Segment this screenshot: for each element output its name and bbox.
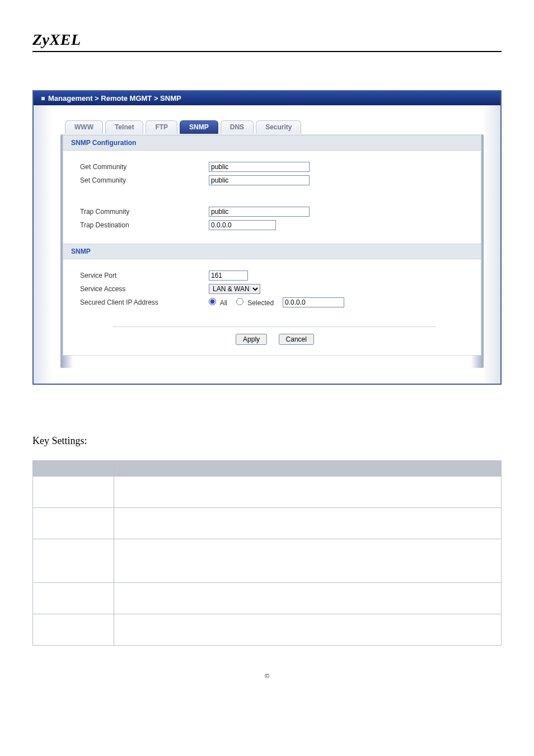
tab-security[interactable]: Security — [256, 120, 301, 134]
radio-selected[interactable] — [236, 298, 243, 305]
key-settings-heading: Key Settings: — [32, 435, 502, 447]
breadcrumb-icon — [41, 97, 45, 100]
input-service-port[interactable] — [209, 270, 248, 281]
tab-ftp[interactable]: FTP — [146, 120, 177, 134]
radio-selected-label: Selected — [247, 299, 274, 307]
section-snmp: SNMP — [63, 244, 481, 259]
table-row — [114, 583, 502, 614]
footer-copyright: © — [32, 673, 502, 696]
key-settings-table — [32, 460, 502, 646]
brand-rule — [32, 51, 502, 52]
tab-dns[interactable]: DNS — [221, 120, 254, 134]
table-row — [33, 614, 114, 646]
radio-selected-wrap[interactable]: Selected — [236, 298, 274, 307]
apply-button[interactable]: Apply — [236, 334, 267, 345]
breadcrumb-text: Management > Remote MGMT > SNMP — [48, 94, 181, 102]
table-row — [114, 477, 502, 508]
table-row — [33, 583, 114, 614]
cancel-button[interactable]: Cancel — [279, 334, 314, 345]
table-row — [33, 477, 114, 508]
tab-telnet[interactable]: Telnet — [105, 120, 143, 134]
label-service-access: Service Access — [80, 285, 209, 293]
table-row — [114, 539, 502, 583]
brand-logo: ZyXEL — [32, 31, 502, 51]
breadcrumb: Management > Remote MGMT > SNMP — [34, 91, 500, 105]
label-trap-community: Trap Community — [80, 208, 209, 216]
select-service-access[interactable]: LAN & WAN — [209, 284, 260, 294]
table-row — [114, 614, 502, 646]
tab-www[interactable]: WWW — [65, 120, 103, 134]
th-option — [33, 461, 114, 477]
label-trap-destination: Trap Destination — [80, 221, 209, 229]
radio-all[interactable] — [209, 298, 216, 305]
input-set-community[interactable] — [209, 175, 310, 185]
section-snmp-config: SNMP Configuration — [63, 135, 481, 151]
input-secured-ip[interactable] — [283, 297, 344, 307]
input-trap-destination[interactable] — [209, 220, 276, 230]
table-row — [114, 508, 502, 539]
table-row — [33, 539, 114, 583]
label-secured-client: Secured Client IP Address — [80, 298, 209, 306]
button-separator — [114, 326, 436, 327]
tab-snmp[interactable]: SNMP — [180, 120, 218, 134]
th-description — [114, 461, 502, 477]
tab-bar: WWW Telnet FTP SNMP DNS Security — [60, 120, 484, 134]
management-panel: Management > Remote MGMT > SNMP WWW Teln… — [32, 90, 502, 385]
table-row — [33, 508, 114, 539]
label-get-community: Get Community — [80, 163, 209, 171]
input-trap-community[interactable] — [209, 207, 310, 217]
label-service-port: Service Port — [80, 272, 209, 279]
radio-all-wrap[interactable]: All — [209, 298, 227, 307]
input-get-community[interactable] — [209, 162, 310, 172]
radio-all-label: All — [220, 299, 227, 307]
label-set-community: Set Community — [80, 176, 209, 184]
